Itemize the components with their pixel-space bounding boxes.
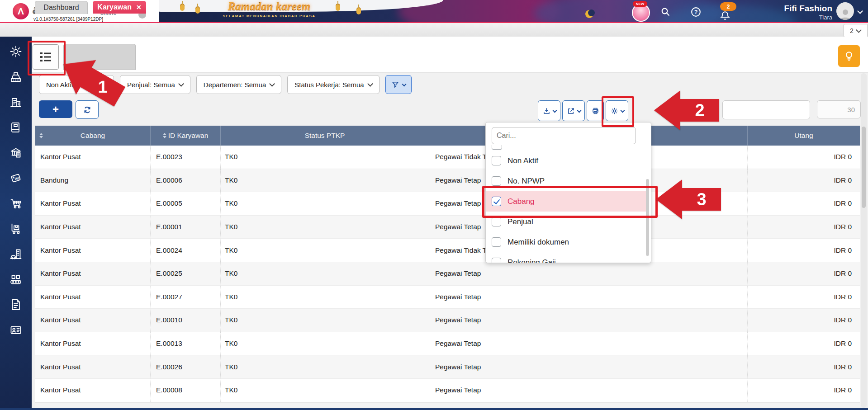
column-label: ID Karyawan <box>168 132 209 140</box>
page-size-box[interactable]: 30 <box>817 100 861 118</box>
purchases-cart-icon[interactable] <box>8 196 24 211</box>
table-cell: E.00008 <box>151 379 221 402</box>
sort-icon[interactable] <box>39 133 43 138</box>
table-cell: E.00025 <box>151 262 221 285</box>
chevron-down-icon <box>402 82 406 86</box>
open-tabs-counter[interactable]: 2 <box>843 24 868 37</box>
table-cell: IDR 0 <box>748 216 860 239</box>
step-number: 1 <box>98 77 108 97</box>
table-row[interactable]: Kantor PusatE.00026TK0Pegawai TetapIDR 0 <box>35 355 860 379</box>
table-cell: E.00026 <box>151 355 221 378</box>
fixed-asset-icon[interactable] <box>8 246 24 262</box>
ledger-book-icon[interactable] <box>8 120 24 135</box>
ramadan-banner-title: Ramadan kareem <box>213 0 326 13</box>
refresh-icon <box>82 105 92 115</box>
column-option-rekening-gaji[interactable]: Rekening Gaji <box>486 252 647 263</box>
tab-count: 2 <box>850 27 854 34</box>
arrow-tail: 3 <box>682 188 721 211</box>
table-row[interactable]: Kantor PusatE.00025TK0Pegawai TetapIDR 0 <box>35 262 860 286</box>
option-label: No. NPWP <box>508 177 545 186</box>
settings-icon[interactable] <box>8 44 24 59</box>
manufacture-icon[interactable] <box>8 272 24 287</box>
column-label: Cabang <box>81 132 105 140</box>
checkbox[interactable] <box>492 156 501 165</box>
tab-label: Dashboard <box>43 4 79 12</box>
table-cell: TK0 <box>221 216 429 239</box>
tab-karyawan[interactable]: Karyawan ✕ <box>93 1 146 14</box>
filter-chip-1[interactable]: Penjual: Semua <box>120 75 190 94</box>
tab-dashboard[interactable]: Dashboard <box>35 1 88 14</box>
column-search-input[interactable] <box>492 127 636 144</box>
cash-register-icon[interactable] <box>8 69 24 85</box>
column-label: Utang <box>794 132 813 140</box>
download-button[interactable] <box>538 100 560 121</box>
svg-text:?: ? <box>694 9 697 15</box>
table-cell: Kantor Pusat <box>35 379 151 402</box>
tax-document-icon[interactable] <box>8 297 24 312</box>
column-header-utang[interactable]: Utang <box>748 126 860 146</box>
arrow-head <box>654 90 680 130</box>
filter-chip-label: Status Pekerja: Semua <box>294 81 364 89</box>
vertical-scrollbar[interactable] <box>861 73 867 408</box>
sort-icon[interactable] <box>163 133 166 138</box>
lantern-icon <box>195 7 200 14</box>
chevron-down-icon <box>577 108 581 113</box>
column-header-status-ptkp[interactable]: Status PTKP <box>221 126 429 146</box>
tips-bulb-button[interactable] <box>838 45 860 67</box>
chevron-down-icon <box>552 108 557 113</box>
export-button[interactable] <box>562 100 585 121</box>
help-icon[interactable]: ? <box>688 4 703 19</box>
scrollbar-thumb[interactable] <box>862 127 866 208</box>
partially-scrolled-checkbox <box>492 145 502 150</box>
table-cell: Kantor Pusat <box>35 146 151 169</box>
add-employee-button[interactable]: + <box>39 100 72 118</box>
filter-chip-3[interactable]: Status Pekerja: Semua <box>287 75 379 94</box>
table-body: Kantor PusatE.00023TK0Pegawai Tidak Teta… <box>35 146 860 402</box>
column-option-memiliki-dokumen[interactable]: Memiliki dokumen <box>486 232 647 252</box>
table-search-input[interactable] <box>723 106 822 114</box>
column-header-cabang[interactable]: Cabang <box>35 126 151 146</box>
checkbox[interactable] <box>492 217 501 226</box>
table-row[interactable]: Kantor PusatE.00010TK0Pegawai TetapIDR 0 <box>35 309 860 332</box>
user-avatar[interactable] <box>836 2 854 20</box>
checkbox[interactable] <box>492 176 501 186</box>
table-row[interactable]: Kantor PusatE.00005TK0Pegawai TetapIDR 0 <box>35 192 860 216</box>
new-badge: NEW <box>633 1 647 7</box>
advanced-filter-button[interactable] <box>385 75 412 94</box>
table-cell: Kantor Pusat <box>35 192 151 215</box>
bank-icon[interactable] <box>8 145 24 160</box>
table-cell: IDR 0 <box>748 192 860 215</box>
table-cell: E.00001 <box>151 216 221 239</box>
table-search-box[interactable] <box>722 100 810 119</box>
checkbox[interactable] <box>492 237 501 247</box>
company-building-icon[interactable] <box>8 94 24 110</box>
accurate-logo-icon[interactable]: Λ <box>13 3 29 19</box>
table-cell: E.00023 <box>151 146 221 169</box>
crescent-moon-icon <box>585 10 593 18</box>
table-row[interactable]: Kantor PusatE.00008TK0Pegawai TetapIDR 0 <box>35 379 860 402</box>
table-row[interactable]: Kantor PusatE.00001TK0Pegawai TetapIDR 0 <box>35 216 860 239</box>
annotation-arrow-3: 3 <box>656 179 721 219</box>
table-row[interactable]: Kantor PusatE.00013TK0Pegawai TetapIDR 0 <box>35 332 860 356</box>
search-icon[interactable] <box>658 4 673 19</box>
table-cell: Kantor Pusat <box>35 332 151 355</box>
filter-chip-2[interactable]: Departemen: Semua <box>196 75 281 94</box>
checkbox[interactable] <box>492 258 501 263</box>
table-row[interactable]: Kantor PusatE.00027TK0Pegawai TetapIDR 0 <box>35 286 860 309</box>
table-cell: E.00013 <box>151 332 221 355</box>
delivery-trolley-icon[interactable] <box>8 221 24 236</box>
employee-card-icon[interactable] <box>8 322 24 338</box>
table-row[interactable]: Kantor PusatE.00023TK0Pegawai Tidak Teta… <box>35 146 860 169</box>
column-header-id-karyawan[interactable]: ID Karyawan <box>151 126 221 146</box>
table-cell: TK0 <box>221 355 429 378</box>
arrow-tail: 2 <box>680 99 719 122</box>
close-tab-icon[interactable]: ✕ <box>136 4 142 11</box>
price-tag-rp-icon[interactable]: Rp <box>8 170 24 186</box>
option-label: Non Aktif <box>508 156 538 165</box>
table-row[interactable]: Kantor PusatE.00024TK0Pegawai Tidak Teta… <box>35 239 860 262</box>
table-cell: E.00006 <box>151 169 221 192</box>
table-cell: TK0 <box>221 239 429 262</box>
column-option-non-aktif[interactable]: Non Aktif <box>486 151 647 171</box>
table-header-row: Cabang ID Karyawan Status PTKP Utang <box>35 126 860 146</box>
table-row[interactable]: BandungE.00006TK0Pegawai TetapIDR 0 <box>35 169 860 193</box>
